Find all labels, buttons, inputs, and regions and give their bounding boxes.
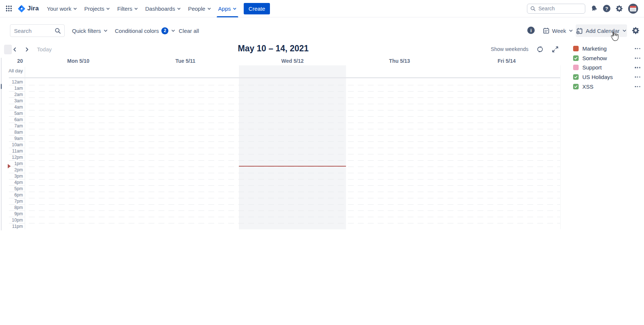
nav-item-label: Dashboards — [145, 6, 175, 12]
nav-item-projects[interactable]: Projects — [84, 0, 110, 17]
time-label: 9am — [0, 136, 23, 142]
hour-grid-line — [9, 141, 560, 142]
nav-item-filters[interactable]: Filters — [117, 0, 138, 17]
time-label: 2am — [0, 92, 23, 98]
filter-toolbar: Quick filters Conditional colors 2 Clear… — [0, 18, 644, 43]
check-icon — [574, 85, 578, 89]
time-label: 6pm — [0, 192, 23, 198]
expand-fullscreen-icon[interactable] — [551, 45, 559, 53]
chevron-down-icon — [177, 7, 181, 11]
help-icon[interactable]: ? — [603, 5, 610, 12]
add-calendar-button[interactable]: Add Calendar — [576, 24, 627, 37]
time-label: 11am — [0, 148, 23, 154]
calendar-checkbox[interactable] — [573, 65, 579, 70]
show-weekends-button[interactable]: Show weekends — [491, 46, 528, 52]
time-label: 7am — [0, 123, 23, 129]
calendar-name[interactable]: US Holidays — [582, 74, 613, 80]
nav-item-apps[interactable]: Apps — [218, 0, 237, 17]
hour-grid-line — [9, 160, 560, 161]
time-label: 2pm — [0, 167, 23, 173]
jira-logo-text: Jira — [27, 5, 39, 12]
nav-item-label: Filters — [117, 6, 132, 12]
time-label: 8pm — [0, 205, 23, 211]
refresh-icon[interactable] — [536, 45, 544, 53]
nav-item-your-work[interactable]: Your work — [47, 0, 77, 17]
nav-right-group: ? — [527, 4, 638, 14]
all-day-label: All day — [0, 68, 23, 73]
chevron-left-icon — [12, 47, 17, 52]
hour-grid-line — [9, 98, 560, 98]
calendar-checkbox[interactable] — [573, 46, 579, 51]
calendar-options-ellipsis-button[interactable] — [633, 85, 642, 89]
time-label: 12pm — [0, 154, 23, 161]
user-avatar[interactable] — [628, 4, 638, 14]
calendar-options-ellipsis-button[interactable] — [633, 75, 642, 79]
day-header: Wed 5/12 — [239, 58, 346, 64]
view-selector-dropdown[interactable]: Week — [543, 27, 573, 35]
day-header: Tue 5/11 — [132, 58, 239, 64]
day-header: Mon 5/10 — [25, 58, 132, 64]
calendar-checkbox[interactable] — [573, 84, 579, 89]
calendar-checkbox[interactable] — [573, 74, 579, 80]
calendar-name[interactable]: Somehow — [582, 55, 607, 61]
nav-item-label: Your work — [47, 6, 71, 12]
quick-filters-dropdown[interactable]: Quick filters — [72, 27, 108, 35]
clear-all-button[interactable]: Clear all — [179, 27, 199, 35]
hour-grid-line — [9, 211, 560, 211]
calendar-list-item: US Holidays — [569, 72, 644, 82]
hour-grid-line — [9, 217, 560, 217]
time-label: 8am — [0, 129, 23, 136]
hour-grid-line — [9, 148, 560, 148]
search-icon — [54, 27, 61, 34]
calendar-name[interactable]: Support — [582, 64, 602, 71]
notifications-bell-icon[interactable] — [590, 5, 598, 12]
calendar-title: May 10 – 14, 2021 — [199, 44, 347, 54]
conditional-colors-label: Conditional colors — [115, 28, 159, 34]
hour-grid-line — [9, 85, 560, 85]
time-label: 9pm — [0, 211, 23, 217]
create-button[interactable]: Create — [244, 3, 270, 14]
nav-item-label: People — [188, 6, 205, 12]
time-label: 4pm — [0, 179, 23, 186]
calendar-list-item: XSS — [569, 82, 644, 91]
quick-filters-label: Quick filters — [72, 28, 101, 34]
prev-week-button[interactable] — [10, 45, 19, 54]
app-switcher-icon[interactable] — [6, 6, 12, 12]
hour-grid-line — [9, 179, 560, 179]
calendar-plus-icon — [576, 27, 583, 34]
time-label: 12am — [0, 79, 23, 85]
hour-grid-line — [9, 223, 560, 223]
chevron-down-icon — [233, 7, 237, 11]
calendars-list: MarketingSomehowSupportUS HolidaysXSS — [569, 44, 644, 91]
hour-grid-line — [9, 110, 560, 110]
calendar-list-item: Somehow — [569, 54, 644, 63]
calendar-search[interactable] — [10, 24, 65, 37]
calendar-checkbox[interactable] — [573, 55, 579, 61]
time-label: 5pm — [0, 186, 23, 192]
hour-grid-line — [9, 173, 560, 173]
calendar-options-ellipsis-button[interactable] — [633, 56, 642, 60]
chevron-down-icon — [622, 28, 627, 33]
calendar-options-ellipsis-button[interactable] — [633, 47, 642, 51]
info-icon[interactable]: i — [527, 27, 535, 34]
nav-item-dashboards[interactable]: Dashboards — [145, 0, 181, 17]
conditional-colors-dropdown[interactable]: Conditional colors 2 — [115, 27, 175, 35]
next-week-button[interactable] — [23, 45, 31, 54]
jira-logo[interactable]: Jira — [18, 5, 39, 13]
calendar-name[interactable]: Marketing — [582, 45, 607, 52]
chevron-down-icon — [569, 28, 573, 33]
time-label: 4am — [0, 104, 23, 110]
time-label: 7pm — [0, 198, 23, 205]
nav-item-people[interactable]: People — [188, 0, 211, 17]
calendar-name[interactable]: XSS — [582, 83, 593, 90]
time-label: 5am — [0, 110, 23, 117]
conditional-colors-count-badge: 2 — [161, 27, 168, 34]
today-button[interactable]: Today — [37, 46, 52, 52]
nav-item-label: Apps — [218, 6, 231, 12]
hour-grid-line — [9, 129, 560, 129]
calendar-settings-gear-icon[interactable] — [632, 27, 640, 34]
settings-gear-icon[interactable] — [616, 5, 623, 12]
calendar-options-ellipsis-button[interactable] — [633, 65, 642, 69]
global-search[interactable] — [527, 4, 585, 14]
hour-grid-line — [9, 167, 560, 167]
